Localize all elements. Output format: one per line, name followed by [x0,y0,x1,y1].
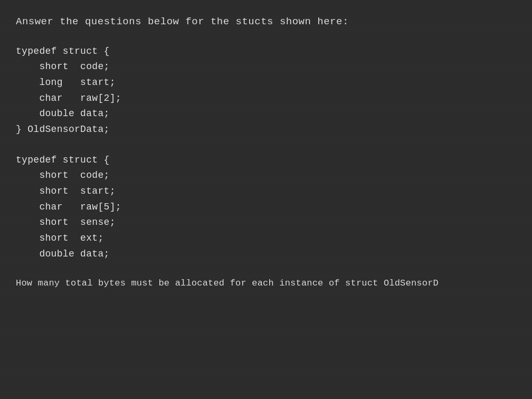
header-text: Answer the questions below for the stuct… [16,15,516,29]
struct1-line-5: double data; [16,106,516,122]
struct1-line-3: long start; [16,75,516,91]
main-content: Answer the questions below for the stuct… [0,0,532,300]
struct2-line-6: short ext; [16,231,516,246]
struct1-line-6: } OldSensorData; [16,122,516,138]
struct1-block: typedef struct { short code; long start;… [16,44,516,138]
struct2-line-7: double data; [16,246,516,262]
footer-question: How many total bytes must be allocated f… [16,277,516,290]
struct1-line-4: char raw[2]; [16,91,516,107]
struct2-line-2: short code; [16,168,516,184]
struct2-line-3: short start; [16,184,516,200]
struct2-line-1: typedef struct { [16,153,516,168]
struct2-line-5: short sense; [16,215,516,231]
struct2-block: typedef struct { short code; short start… [16,153,516,262]
struct1-line-2: short code; [16,59,516,75]
struct2-line-4: char raw[5]; [16,200,516,215]
struct1-line-1: typedef struct { [16,44,516,60]
